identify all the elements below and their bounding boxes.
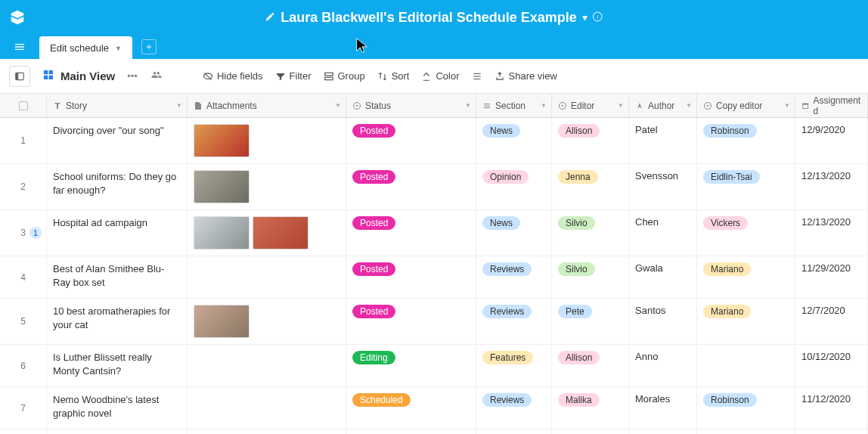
- group-button[interactable]: Group: [324, 70, 365, 82]
- people-icon[interactable]: [150, 70, 163, 82]
- cell-copy-editor[interactable]: Mariano: [697, 256, 795, 298]
- filter-button[interactable]: Filter: [275, 70, 312, 82]
- cell-copy-editor[interactable]: Mariano: [697, 299, 795, 344]
- cell-story[interactable]: Nemo Woodbine's latest graphic novel: [47, 387, 188, 429]
- cell-attachments[interactable]: [188, 164, 346, 209]
- cell-status[interactable]: Posted: [346, 164, 476, 209]
- chevron-down-icon[interactable]: ▼: [115, 45, 122, 52]
- chevron-down-icon[interactable]: ▼: [541, 102, 547, 109]
- more-icon[interactable]: •••: [127, 70, 138, 82]
- cell-editor[interactable]: Allison: [552, 345, 629, 386]
- cell-status[interactable]: Posted: [346, 256, 476, 298]
- cell-section[interactable]: News: [476, 118, 552, 163]
- table-row[interactable]: 2School uniforms: Do they go far enough?…: [0, 164, 868, 210]
- cell-editor[interactable]: Allison: [552, 429, 629, 434]
- row-index[interactable]: 7: [0, 387, 47, 429]
- table-row[interactable]: 1Divorcing over "our song"PostedNewsAlli…: [0, 118, 868, 164]
- cell-editor[interactable]: Allison: [552, 118, 629, 163]
- thumbnail[interactable]: [194, 305, 250, 338]
- chevron-down-icon[interactable]: ▼: [465, 102, 471, 109]
- cell-section[interactable]: News: [476, 210, 552, 256]
- row-index[interactable]: 1: [0, 118, 47, 163]
- table-row[interactable]: 7Nemo Woodbine's latest graphic novelSch…: [0, 387, 868, 429]
- cell-story[interactable]: 10 best aromatherapies for your cat: [47, 299, 188, 344]
- table-row[interactable]: 31Hospital ad campaignPostedNewsSilvioCh…: [0, 210, 868, 256]
- column-attachments[interactable]: Attachments▼: [188, 94, 346, 117]
- cell-section[interactable]: Reviews: [476, 256, 552, 298]
- base-title[interactable]: Laura Blackwell's Editorial Schedule Exa…: [281, 10, 576, 26]
- cell-assignment-date[interactable]: 11/29/2020: [795, 256, 868, 298]
- color-button[interactable]: Color: [421, 70, 459, 82]
- row-index[interactable]: 8: [0, 429, 47, 434]
- toggle-sidebar-button[interactable]: [9, 66, 30, 87]
- info-icon[interactable]: i: [593, 11, 603, 24]
- chevron-down-icon[interactable]: ▼: [335, 102, 341, 109]
- cell-attachments[interactable]: [188, 345, 346, 386]
- share-view-button[interactable]: Share view: [494, 70, 557, 82]
- cell-author[interactable]: Santos: [629, 299, 697, 344]
- cell-story[interactable]: Is Luther Blissett really Monty Cantsin?: [47, 345, 188, 386]
- chevron-down-icon[interactable]: ▼: [176, 102, 182, 109]
- cell-editor[interactable]: Malika: [552, 387, 629, 429]
- table-row[interactable]: 510 best aromatherapies for your catPost…: [0, 299, 868, 345]
- column-assignment-date[interactable]: Assignment d: [795, 94, 868, 117]
- cell-section[interactable]: Opinion: [476, 164, 552, 209]
- thumbnail[interactable]: [253, 216, 308, 250]
- table-row[interactable]: 4Best of Alan Smithee Blu-Ray box setPos…: [0, 256, 868, 299]
- tab-edit-schedule[interactable]: Edit schedule ▼: [39, 36, 132, 59]
- cell-story[interactable]: Divorcing over "our song": [47, 118, 188, 163]
- cell-author[interactable]: Patel: [629, 118, 697, 163]
- cell-story[interactable]: Hospital ad campaign: [47, 210, 188, 256]
- cell-assignment-date[interactable]: 10/12/2020: [795, 345, 868, 386]
- cell-assignment-date[interactable]: 12/7/2020: [795, 299, 868, 344]
- column-copy-editor[interactable]: Copy editor▼: [697, 94, 795, 117]
- cell-attachments[interactable]: [188, 210, 346, 256]
- chevron-down-icon[interactable]: ▾: [582, 11, 587, 23]
- cell-author[interactable]: Svensson: [629, 164, 697, 209]
- cell-status[interactable]: Scheduled: [346, 387, 476, 429]
- cell-author[interactable]: Gwala: [629, 256, 697, 298]
- cell-editor[interactable]: Silvio: [552, 210, 629, 256]
- cell-copy-editor[interactable]: Eidlin-Tsai: [697, 164, 795, 209]
- cell-author[interactable]: Patel: [629, 429, 697, 434]
- cell-story[interactable]: Best of Alan Smithee Blu-Ray box set: [47, 256, 188, 298]
- cell-assignment-date[interactable]: 12/13/2020: [795, 164, 868, 209]
- cell-author[interactable]: Chen: [629, 210, 697, 256]
- cell-assignment-date[interactable]: 11/12/2020: [795, 387, 868, 429]
- add-tab-button[interactable]: [141, 39, 157, 54]
- cell-author[interactable]: Morales: [629, 387, 697, 429]
- cell-copy-editor[interactable]: [697, 345, 795, 386]
- row-index[interactable]: 6: [0, 345, 47, 386]
- cell-attachments[interactable]: [188, 387, 346, 429]
- cell-editor[interactable]: Silvio: [552, 256, 629, 298]
- cell-editor[interactable]: Pete: [552, 299, 629, 344]
- column-editor[interactable]: Editor▼: [552, 94, 629, 117]
- cell-copy-editor[interactable]: [697, 429, 795, 434]
- chevron-down-icon[interactable]: ▼: [686, 102, 692, 109]
- cell-attachments[interactable]: [188, 299, 346, 344]
- table-row[interactable]: 8Karen Eliot's new bandDraftingReviewsAl…: [0, 429, 868, 434]
- cell-status[interactable]: Posted: [346, 299, 476, 344]
- row-index[interactable]: 4: [0, 256, 47, 298]
- cell-status[interactable]: Editing: [346, 345, 476, 386]
- cell-story[interactable]: Karen Eliot's new band: [47, 429, 188, 434]
- cell-copy-editor[interactable]: Robinson: [697, 387, 795, 429]
- checkbox-icon[interactable]: [19, 101, 28, 110]
- row-index[interactable]: 5: [0, 299, 47, 344]
- cell-author[interactable]: Anno: [629, 345, 697, 386]
- cell-section[interactable]: Reviews: [476, 387, 552, 429]
- cell-section[interactable]: Reviews: [476, 299, 552, 344]
- cell-status[interactable]: Posted: [346, 210, 476, 256]
- row-index[interactable]: 31: [0, 210, 47, 256]
- app-logo[interactable]: [0, 9, 35, 26]
- chevron-down-icon[interactable]: ▼: [784, 102, 790, 109]
- row-index[interactable]: 2: [0, 164, 47, 209]
- column-status[interactable]: Status▼: [346, 94, 476, 117]
- cell-status[interactable]: Drafting: [346, 429, 476, 434]
- column-story[interactable]: Story▼: [47, 94, 188, 117]
- column-author[interactable]: Author▼: [629, 94, 697, 117]
- cell-editor[interactable]: Jenna: [552, 164, 629, 209]
- row-height-button[interactable]: [472, 71, 482, 82]
- cell-section[interactable]: Reviews: [476, 429, 552, 434]
- cell-assignment-date[interactable]: 10/6/2020: [795, 429, 868, 434]
